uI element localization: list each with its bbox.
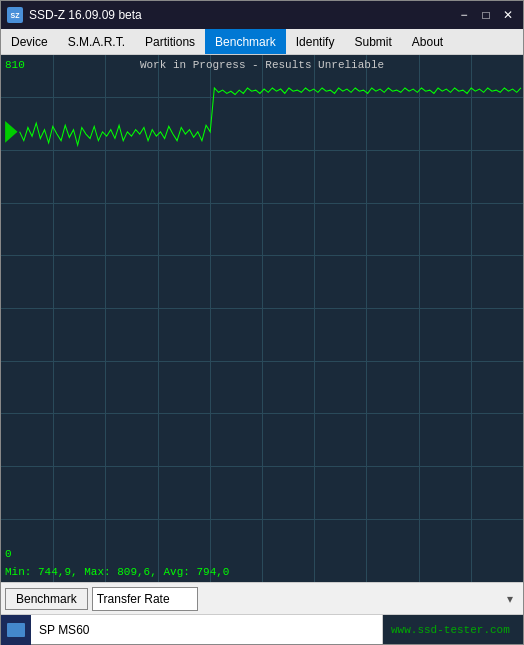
drive-icon-shape — [7, 623, 25, 637]
close-button[interactable]: ✕ — [499, 6, 517, 24]
chart-svg — [1, 55, 523, 582]
dropdown-wrapper: Transfer Rate 4K Random Read 4K Random W… — [92, 587, 519, 611]
menu-about[interactable]: About — [402, 29, 453, 54]
window-title: SSD-Z 16.09.09 beta — [29, 8, 142, 22]
main-window: SZ SSD-Z 16.09.09 beta − □ ✕ Device S.M.… — [0, 0, 524, 645]
menu-device[interactable]: Device — [1, 29, 58, 54]
menu-partitions[interactable]: Partitions — [135, 29, 205, 54]
app-icon: SZ — [7, 7, 23, 23]
drive-name: SP MS60 — [31, 615, 383, 644]
benchmark-button[interactable]: Benchmark — [5, 588, 88, 610]
bottom-bar: Benchmark Transfer Rate 4K Random Read 4… — [1, 582, 523, 614]
window-controls: − □ ✕ — [455, 6, 517, 24]
menu-bar: Device S.M.A.R.T. Partitions Benchmark I… — [1, 29, 523, 55]
menu-smart[interactable]: S.M.A.R.T. — [58, 29, 135, 54]
menu-benchmark[interactable]: Benchmark — [205, 29, 286, 54]
drive-icon — [1, 615, 31, 645]
chart-marker — [5, 121, 17, 143]
title-bar-left: SZ SSD-Z 16.09.09 beta — [7, 7, 142, 23]
menu-identify[interactable]: Identify — [286, 29, 345, 54]
chart-type-dropdown[interactable]: Transfer Rate 4K Random Read 4K Random W… — [92, 587, 198, 611]
status-bar: SP MS60 www.ssd-tester.com — [1, 614, 523, 644]
chart-area: 810 Work in Progress - Results Unreliabl… — [1, 55, 523, 582]
website-label: www.ssd-tester.com — [383, 615, 523, 644]
minimize-button[interactable]: − — [455, 6, 473, 24]
maximize-button[interactable]: □ — [477, 6, 495, 24]
menu-submit[interactable]: Submit — [344, 29, 401, 54]
title-bar: SZ SSD-Z 16.09.09 beta − □ ✕ — [1, 1, 523, 29]
